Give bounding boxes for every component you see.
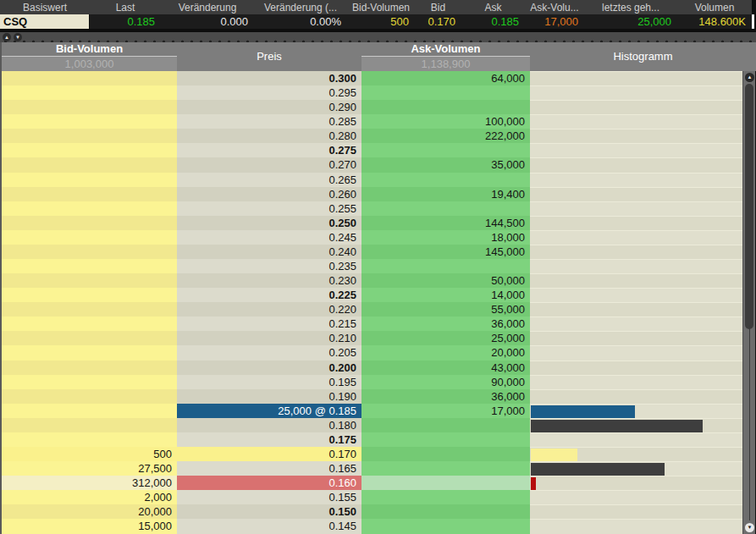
price-cell[interactable]: 0.230	[177, 273, 361, 288]
bid-volume-cell[interactable]	[2, 418, 177, 432]
ask-volume-cell[interactable]	[361, 432, 530, 447]
bid-volume-cell[interactable]: 15,000	[2, 519, 177, 533]
ask-volume-cell[interactable]	[361, 100, 530, 114]
bid-volume-cell[interactable]	[2, 230, 177, 245]
bid-volume-cell[interactable]	[2, 259, 177, 273]
ask-volume-cell[interactable]	[361, 490, 530, 504]
ticker-value-ver-nderung[interactable]: 0.000	[161, 14, 254, 29]
ask-volume-cell[interactable]	[361, 447, 530, 461]
bid-volume-cell[interactable]	[2, 85, 177, 100]
price-cell[interactable]: 0.260	[177, 187, 361, 201]
price-cell[interactable]: 0.195	[177, 375, 361, 389]
ask-volume-cell[interactable]: 90,000	[361, 375, 530, 389]
ask-volume-cell[interactable]: 222,000	[361, 129, 530, 143]
bid-volume-cell[interactable]	[2, 201, 177, 216]
ticker-col-header-last[interactable]: Last	[90, 0, 161, 14]
price-cell[interactable]: 0.150	[177, 504, 361, 519]
ask-volume-cell[interactable]: 17,000	[361, 404, 530, 418]
price-cell[interactable]: 0.160	[177, 476, 361, 490]
price-cell[interactable]: 0.285	[177, 114, 361, 129]
price-cell[interactable]: 0.240	[177, 245, 361, 259]
ticker-value-ask[interactable]: 0.185	[461, 14, 525, 29]
price-cell[interactable]: 0.155	[177, 490, 361, 504]
ticker-col-header-letztes-geh[interactable]: letztes geh...	[584, 0, 677, 14]
price-cell[interactable]: 0.200	[177, 361, 361, 375]
ask-volume-cell[interactable]	[361, 418, 530, 432]
price-cell[interactable]: 25,000 @ 0.185	[177, 404, 361, 418]
ticker-col-header-ask-volu[interactable]: Ask-Volu...	[525, 0, 584, 14]
bid-volume-cell[interactable]	[2, 143, 177, 157]
ticker-col-header-bid[interactable]: Bid	[415, 0, 461, 14]
ticker-col-header-basiswert[interactable]: Basiswert	[0, 0, 90, 14]
price-cell[interactable]: 0.235	[177, 259, 361, 273]
ask-volume-cell[interactable]: 145,000	[361, 245, 530, 259]
collapse-down-button[interactable]: ▼	[14, 33, 22, 41]
bid-volume-cell[interactable]	[2, 302, 177, 317]
ticker-value-bid[interactable]: 0.170	[415, 14, 461, 29]
bid-volume-cell[interactable]	[2, 345, 177, 360]
ask-volume-cell[interactable]	[361, 259, 530, 273]
ticker-col-header-ver-nderung[interactable]: Veränderung (...	[254, 0, 347, 14]
bid-volume-cell[interactable]	[2, 114, 177, 129]
price-cell[interactable]: 0.215	[177, 317, 361, 331]
bid-volume-cell[interactable]: 312,000	[2, 476, 177, 490]
ticker-col-header-volumen[interactable]: Volumen	[677, 0, 752, 14]
bid-volume-cell[interactable]	[2, 100, 177, 114]
price-cell[interactable]: 0.265	[177, 173, 361, 187]
price-cell[interactable]: 0.190	[177, 389, 361, 404]
price-cell[interactable]: 0.280	[177, 129, 361, 143]
price-cell[interactable]: 0.245	[177, 230, 361, 245]
price-cell[interactable]: 0.220	[177, 302, 361, 317]
price-cell[interactable]: 0.270	[177, 157, 361, 172]
collapse-up-button[interactable]: ▲	[3, 33, 11, 41]
dotted-splitter[interactable]: ▲ ▼	[0, 32, 756, 42]
price-cell[interactable]: 0.290	[177, 100, 361, 114]
bid-volume-cell[interactable]	[2, 389, 177, 404]
ask-volume-cell[interactable]	[361, 173, 530, 187]
ask-volume-cell[interactable]: 36,000	[361, 317, 530, 331]
bid-volume-cell[interactable]	[2, 187, 177, 201]
scrollbar-track[interactable]	[749, 325, 750, 520]
ask-volume-cell[interactable]: 36,000	[361, 389, 530, 404]
bid-volume-cell[interactable]: 500	[2, 447, 177, 461]
bid-volume-cell[interactable]	[2, 404, 177, 418]
bid-volume-cell[interactable]	[2, 273, 177, 288]
price-cell[interactable]: 0.225	[177, 288, 361, 302]
bid-volume-cell[interactable]	[2, 331, 177, 345]
bid-volume-cell[interactable]	[2, 375, 177, 389]
ask-volume-cell[interactable]: 18,000	[361, 230, 530, 245]
vertical-scrollbar[interactable]: ▲ ▼	[742, 71, 756, 534]
ticker-value-bid-volumen[interactable]: 500	[347, 14, 415, 29]
bid-volume-cell[interactable]	[2, 361, 177, 375]
bid-volume-cell[interactable]	[2, 432, 177, 447]
price-cell[interactable]: 0.205	[177, 345, 361, 360]
ask-volume-cell[interactable]: 25,000	[361, 331, 530, 345]
scrollbar-up-button[interactable]: ▲	[745, 73, 754, 82]
ask-volume-cell[interactable]: 50,000	[361, 273, 530, 288]
bid-volume-cell[interactable]: 27,500	[2, 461, 177, 476]
price-cell[interactable]: 0.295	[177, 85, 361, 100]
ask-volume-cell[interactable]	[361, 85, 530, 100]
ask-volume-cell[interactable]: 43,000	[361, 361, 530, 375]
ask-volume-cell[interactable]	[361, 519, 530, 533]
ticker-value-letztes-geh[interactable]: 25,000	[584, 14, 677, 29]
ask-volume-cell[interactable]: 100,000	[361, 114, 530, 129]
ticker-value-volumen[interactable]: 148.600K	[677, 14, 752, 29]
price-cell[interactable]: 0.255	[177, 201, 361, 216]
ask-volume-cell[interactable]	[361, 476, 530, 490]
price-cell[interactable]: 0.165	[177, 461, 361, 476]
bid-volume-cell[interactable]: 20,000	[2, 504, 177, 519]
ask-volume-cell[interactable]: 35,000	[361, 157, 530, 172]
ask-volume-cell[interactable]: 20,000	[361, 345, 530, 360]
bid-volume-cell[interactable]	[2, 129, 177, 143]
ask-volume-cell[interactable]	[361, 143, 530, 157]
bid-volume-cell[interactable]	[2, 71, 177, 85]
bid-volume-cell[interactable]	[2, 173, 177, 187]
ticker-col-header-ask[interactable]: Ask	[461, 0, 525, 14]
price-cell[interactable]: 0.180	[177, 418, 361, 432]
ticker-value-row[interactable]: CSQ0.1850.0000.00%5000.1700.18517,00025,…	[0, 14, 756, 29]
price-cell[interactable]: 0.210	[177, 331, 361, 345]
scrollbar-thumb[interactable]	[745, 84, 753, 329]
ask-volume-cell[interactable]	[361, 461, 530, 476]
price-cell[interactable]: 0.145	[177, 519, 361, 533]
